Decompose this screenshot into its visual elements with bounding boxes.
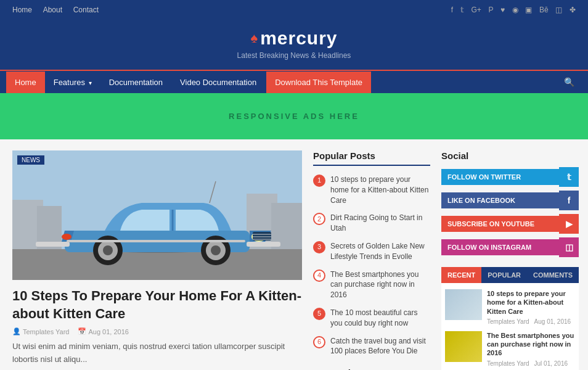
featured-image <box>12 150 302 280</box>
logo-text: mercury <box>260 28 337 49</box>
recent-meta-2: Templates Yard Jul 01, 2016 <box>487 360 575 367</box>
featured-author: 👤 Templates Yard <box>12 327 69 335</box>
list-item: 1 10 steps to prepare your home for a Ki… <box>313 175 430 205</box>
list-item: 3 Secrets of Golden Lake New Lifestyle T… <box>313 241 430 262</box>
top-bar: Home About Contact f 𝕥 G+ P ♥ ◉ ▣ Bē ◫ ✤ <box>0 0 588 19</box>
recent-title-1[interactable]: 10 steps to prepare your home for a Kitt… <box>487 289 575 316</box>
social-facebook-icon[interactable]: f <box>451 6 453 14</box>
social-pinterest-icon[interactable]: P <box>488 6 493 14</box>
content-area: NEWS <box>0 139 588 370</box>
recent-author-1: Templates Yard <box>487 318 529 325</box>
svg-rect-19 <box>36 242 70 247</box>
social-heart-icon[interactable]: ♥ <box>500 6 505 14</box>
featured-title: 10 Steps To Prepare Your Home For A Kitt… <box>12 287 302 323</box>
nav-video-documentation[interactable]: Video Documentation <box>171 72 265 93</box>
site-tagline: Latest Breaking News & Headlines <box>12 51 576 60</box>
nav-home-main[interactable]: Home <box>6 72 45 93</box>
recent-thumb-2 <box>445 331 482 362</box>
twitter-label: FOLLOW ON TWITTER <box>441 169 559 185</box>
site-header: ♠ mercury Latest Breaking News & Headlin… <box>0 19 588 70</box>
nav-download-template[interactable]: Download This Template <box>266 72 371 93</box>
social-dribbble-icon[interactable]: ◉ <box>512 6 518 14</box>
nav-about[interactable]: About <box>43 6 62 14</box>
nav-home[interactable]: Home <box>12 6 32 14</box>
social-gplus-icon[interactable]: G+ <box>471 6 481 14</box>
search-button[interactable]: 🔍 <box>557 71 582 93</box>
popular-num-6: 6 <box>313 336 325 348</box>
popular-text-4[interactable]: The Best smartphones you can purchase ri… <box>330 269 430 300</box>
site-logo: ♠ mercury <box>12 28 576 49</box>
featured-image-wrap: NEWS <box>12 150 302 280</box>
popular-posts-list: 1 10 steps to prepare your home for a Ki… <box>313 175 430 356</box>
list-item: 5 The 10 most beautiful cars you could b… <box>313 308 430 329</box>
recent-thumb-1 <box>445 289 482 320</box>
list-item: 4 The Best smartphones you can purchase … <box>313 269 430 300</box>
svg-rect-18 <box>247 242 280 247</box>
list-item: 10 steps to prepare your home for a Kitt… <box>441 289 579 325</box>
popular-text-6[interactable]: Catch the travel bug and visit 100 place… <box>330 336 430 357</box>
tab-recent[interactable]: RECENT <box>441 267 481 283</box>
tab-comments[interactable]: COMMENTS <box>527 267 579 283</box>
instagram-label: FOLLOW ON INSTAGRAM <box>441 239 559 255</box>
twitter-follow-button[interactable]: FOLLOW ON TWITTER 𝕥 <box>441 167 579 187</box>
list-item: 2 Dirt Racing Going to Start in Utah <box>313 213 430 234</box>
featured-post-column: NEWS <box>12 150 302 370</box>
social-behance-icon[interactable]: Bē <box>539 6 549 14</box>
popular-num-1: 1 <box>313 175 325 187</box>
svg-point-14 <box>103 245 113 255</box>
svg-point-11 <box>62 234 71 240</box>
list-item: The Best smartphones you can purchase ri… <box>441 331 579 367</box>
tabs-widget: RECENT POPULAR COMMENTS 10 steps to prep… <box>441 267 579 370</box>
recent-title-2[interactable]: The Best smartphones you can purchase ri… <box>487 331 575 358</box>
car-illustration <box>12 150 302 280</box>
popular-text-5[interactable]: The 10 most beautiful cars you could buy… <box>330 308 430 329</box>
ad-banner-text: RESPONSIVE ADS HERE <box>229 112 359 121</box>
facebook-like-button[interactable]: LIKE ON FACEBOOK f <box>441 191 579 210</box>
svg-point-17 <box>211 245 221 255</box>
facebook-label: LIKE ON FACEBOOK <box>441 192 559 208</box>
top-social-icons: f 𝕥 G+ P ♥ ◉ ▣ Bē ◫ ✤ <box>446 5 576 14</box>
right-column: Social FOLLOW ON TWITTER 𝕥 LIKE ON FACEB… <box>441 150 579 370</box>
youtube-icon: ▶ <box>559 214 579 234</box>
recent-date-2: Jul 01, 2016 <box>534 360 568 367</box>
main-nav-inner: Home Features ▾ Documentation Video Docu… <box>0 71 588 93</box>
popular-num-5: 5 <box>313 308 325 320</box>
social-twitter-icon[interactable]: 𝕥 <box>460 6 464 14</box>
social-instagram-icon[interactable]: ◫ <box>555 6 562 14</box>
featured-meta: 👤 Templates Yard 📅 Aug 01, 2016 <box>12 327 302 335</box>
popular-posts-column: Popular Posts 1 10 steps to prepare your… <box>313 150 430 370</box>
categories-title: Categories <box>313 368 430 370</box>
youtube-label: SUBSCRIBE ON YOUTUBE <box>441 216 559 232</box>
recent-author-2: Templates Yard <box>487 360 529 367</box>
social-widget-title: Social <box>441 150 579 161</box>
tab-popular[interactable]: POPULAR <box>481 267 527 283</box>
nav-contact[interactable]: Contact <box>73 6 99 14</box>
popular-posts-title: Popular Posts <box>313 150 430 166</box>
nav-documentation[interactable]: Documentation <box>100 72 171 93</box>
svg-rect-1 <box>12 249 302 280</box>
facebook-icon: f <box>559 191 579 210</box>
calendar-icon: 📅 <box>78 327 86 335</box>
popular-num-2: 2 <box>313 213 325 225</box>
featured-date: 📅 Aug 01, 2016 <box>78 327 128 335</box>
top-navigation: Home About Contact <box>12 5 107 14</box>
instagram-follow-button[interactable]: FOLLOW ON INSTAGRAM ◫ <box>441 237 579 257</box>
popular-num-3: 3 <box>313 241 325 253</box>
popular-text-2[interactable]: Dirt Racing Going to Start in Utah <box>330 213 430 234</box>
ad-banner: RESPONSIVE ADS HERE <box>0 93 588 139</box>
logo-icon: ♠ <box>250 30 258 46</box>
list-item: 6 Catch the travel bug and visit 100 pla… <box>313 336 430 357</box>
nav-features[interactable]: Features ▾ <box>45 72 100 93</box>
social-rss-icon[interactable]: ▣ <box>525 6 532 14</box>
youtube-subscribe-button[interactable]: SUBSCRIBE ON YOUTUBE ▶ <box>441 214 579 234</box>
featured-excerpt: Ut wisi enim ad minim veniam, quis nostr… <box>12 340 302 366</box>
social-extra-icon[interactable]: ✤ <box>570 6 576 14</box>
recent-date-1: Aug 01, 2016 <box>534 318 571 325</box>
instagram-icon: ◫ <box>559 237 579 257</box>
popular-num-4: 4 <box>313 269 325 282</box>
user-icon: 👤 <box>12 327 21 335</box>
popular-text-1[interactable]: 10 steps to prepare your home for a Kitt… <box>330 175 430 205</box>
main-navigation: Home Features ▾ Documentation Video Docu… <box>0 70 588 93</box>
popular-text-3[interactable]: Secrets of Golden Lake New Lifestyle Tre… <box>330 241 430 262</box>
twitter-icon: 𝕥 <box>559 167 579 187</box>
